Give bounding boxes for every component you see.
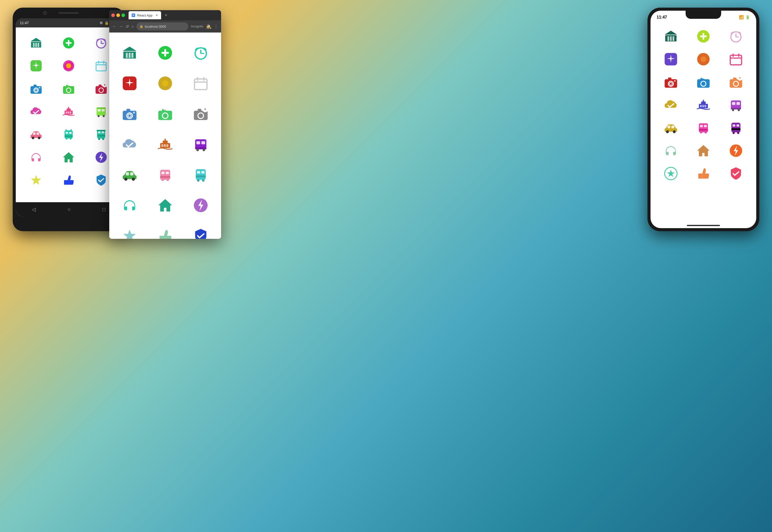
maximize-dot[interactable]: [121, 13, 125, 17]
svg-rect-102: [127, 109, 130, 111]
svg-rect-184: [740, 77, 740, 79]
svg-rect-153: [673, 36, 674, 41]
svg-point-57: [32, 137, 34, 139]
camera-icon: [29, 82, 43, 95]
refresh-icon[interactable]: ↺: [126, 24, 129, 29]
tab-favicon: R: [132, 13, 135, 17]
camera-plus-icon: [62, 82, 75, 95]
new-tab-icon[interactable]: +: [165, 13, 167, 18]
svg-rect-198: [668, 126, 670, 128]
forward-nav-icon[interactable]: →: [119, 24, 123, 29]
ios-icon-star: [655, 162, 687, 185]
secure-icon: 🔒: [140, 25, 143, 28]
home-nav-icon[interactable]: ⌂: [131, 24, 134, 29]
svg-rect-139: [197, 171, 200, 174]
svg-rect-188: [700, 105, 702, 107]
svg-rect-118: [161, 144, 163, 147]
svg-marker-80: [123, 46, 136, 51]
ios-notch: [686, 11, 721, 19]
svg-point-131: [132, 178, 135, 181]
brightness-icon: [62, 59, 75, 72]
home-icon: [62, 151, 75, 164]
svg-rect-96: [197, 77, 198, 81]
home-nav-icon[interactable]: ○: [67, 207, 70, 212]
svg-rect-26: [34, 85, 37, 87]
browser-icon-alarm: [183, 38, 219, 68]
ios-icon-bank: [655, 25, 687, 48]
svg-rect-156: [703, 33, 704, 40]
svg-rect-165: [730, 55, 742, 65]
svg-rect-36: [99, 85, 102, 87]
svg-marker-2: [30, 38, 42, 41]
close-dot[interactable]: [111, 13, 115, 17]
svg-point-212: [733, 132, 735, 134]
browser-icon-headphones: [112, 190, 147, 221]
tab-close-icon[interactable]: ✕: [156, 13, 158, 17]
svg-rect-178: [703, 75, 704, 79]
browser-window: R React App ✕ + ← → ↺ ⌂ 🔒 localhost:3000…: [109, 10, 221, 239]
icon-cell-star: [20, 169, 52, 192]
bolt-circle-icon: [95, 151, 108, 164]
svg-rect-53: [97, 107, 106, 108]
svg-rect-187: [703, 100, 704, 102]
svg-rect-73: [97, 130, 106, 131]
svg-rect-192: [732, 102, 735, 105]
train-icon: [95, 128, 108, 141]
ios-icon-shield-check: [720, 162, 752, 185]
svg-marker-218: [667, 169, 675, 177]
menu-icon[interactable]: ⋮: [214, 24, 218, 29]
svg-point-206: [700, 131, 702, 133]
android-icon-grid: +: [16, 27, 121, 196]
back-icon[interactable]: ◁: [32, 206, 36, 212]
tab-title: React App: [137, 13, 152, 17]
url-field[interactable]: 🔒 localhost:3000: [136, 22, 189, 30]
svg-point-71: [98, 138, 100, 140]
android-screen: 11:47 ⚙ 🔒 ▮ ▲: [16, 18, 121, 216]
svg-rect-65: [66, 129, 67, 131]
svg-marker-150: [665, 31, 677, 35]
svg-rect-204: [704, 125, 707, 127]
svg-rect-45: [68, 112, 69, 114]
svg-rect-33: [68, 83, 69, 86]
browser-icon-thumbup: [147, 221, 183, 239]
svg-point-126: [203, 149, 205, 151]
svg-rect-43: [68, 107, 69, 109]
ios-icon-calendar: [720, 48, 752, 71]
icon-cell-home: [52, 146, 85, 169]
svg-point-137: [166, 179, 169, 181]
svg-rect-168: [730, 57, 742, 58]
svg-rect-3: [33, 43, 35, 47]
svg-rect-123: [201, 141, 205, 144]
svg-rect-95: [194, 79, 207, 90]
svg-rect-152: [670, 36, 672, 41]
browser-icon-home: [147, 190, 183, 221]
browser-tab-bar: R React App ✕ +: [109, 10, 221, 20]
recents-icon[interactable]: □: [102, 207, 105, 212]
bank-icon: [29, 36, 43, 50]
svg-rect-111: [198, 109, 202, 111]
android-camera: [43, 11, 47, 15]
svg-rect-166: [733, 54, 734, 57]
svg-rect-120: [166, 144, 168, 147]
svg-marker-147: [123, 229, 136, 239]
svg-point-125: [196, 149, 199, 151]
browser-icon-cloud-check: [112, 129, 147, 160]
back-nav-icon[interactable]: ←: [112, 24, 116, 29]
svg-rect-167: [738, 54, 739, 57]
ios-icon-add-circle: [687, 25, 720, 48]
svg-point-213: [737, 132, 739, 134]
svg-rect-97: [203, 77, 205, 81]
icon-cell-camera-plus: [52, 77, 85, 100]
svg-point-207: [704, 131, 707, 133]
thumbup-icon: [62, 174, 75, 187]
svg-point-58: [38, 137, 40, 139]
svg-rect-60: [66, 132, 68, 134]
minimize-dot[interactable]: [116, 13, 120, 17]
svg-point-201: [673, 130, 676, 133]
svg-rect-122: [196, 141, 200, 144]
browser-tab[interactable]: R React App ✕: [129, 11, 161, 19]
browser-icon-train: [183, 160, 219, 190]
ios-icon-bus: [720, 93, 752, 116]
android-time: 11:47: [20, 21, 29, 25]
svg-rect-19: [96, 62, 106, 71]
